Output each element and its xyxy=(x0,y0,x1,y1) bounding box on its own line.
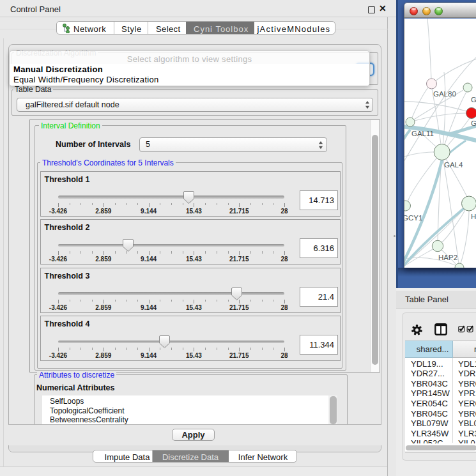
svg-text:G: G xyxy=(471,119,476,127)
svg-text:GA: GA xyxy=(471,96,476,104)
svg-text:H: H xyxy=(471,213,476,220)
svg-text:GAL4: GAL4 xyxy=(444,161,463,169)
svg-text:HAP2: HAP2 xyxy=(438,254,457,261)
svg-text:GAL11: GAL11 xyxy=(411,130,434,137)
svg-text:GCY1: GCY1 xyxy=(404,214,422,222)
svg-text:GAL80: GAL80 xyxy=(433,90,456,98)
